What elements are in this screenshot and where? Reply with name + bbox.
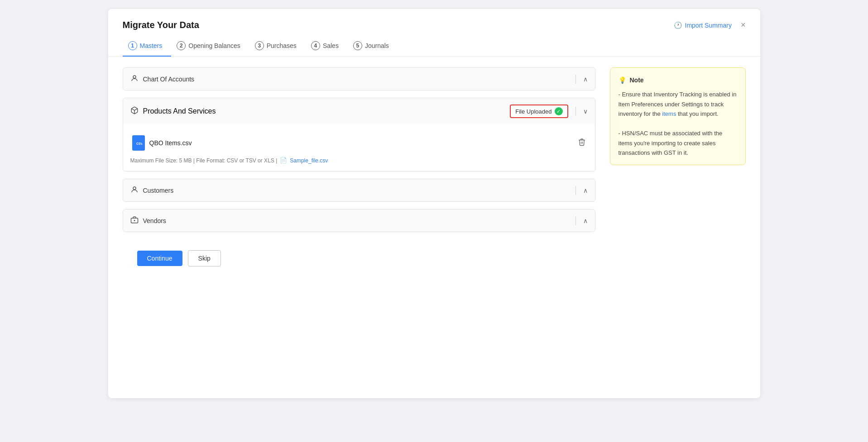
divider2 [575,107,576,116]
file-uploaded-badge: File Uploaded ✓ [510,105,568,118]
customers-header[interactable]: Customers ∧ [123,179,595,201]
chart-of-accounts-header[interactable]: Chart Of Accounts ∧ [123,68,595,90]
tab-num-1: 1 [128,41,137,50]
footer-buttons: Continue Skip [123,239,595,277]
tabs-bar: 1 Masters 2 Opening Balances 3 Purchases… [108,30,760,57]
chevron-up-icon-vendors: ∧ [583,217,588,224]
tab-num-5: 5 [353,41,362,50]
products-left: Products And Services [130,106,216,116]
chart-of-accounts-section: Chart Of Accounts ∧ [123,67,595,90]
chevron-up-icon-customers: ∧ [583,187,588,194]
customers-icon [130,185,139,195]
check-icon: ✓ [555,107,563,115]
tab-label-sales: Sales [323,42,339,49]
vendors-header[interactable]: Vendors ∧ [123,209,595,232]
customers-left: Customers [130,185,174,195]
tab-label-opening-balances: Opening Balances [188,42,240,49]
products-right: File Uploaded ✓ ∨ [510,105,587,118]
products-services-label: Products And Services [143,107,216,115]
svg-point-0 [133,76,136,78]
left-panel: Chart Of Accounts ∧ [123,67,595,277]
note-line-1: - Ensure that Inventory Tracking is enab… [619,90,737,119]
import-summary-button[interactable]: 🕐 Import Summary [674,21,732,29]
file-info: CSV QBO Items.csv [132,135,192,151]
note-text: - Ensure that Inventory Tracking is enab… [619,90,737,157]
file-uploaded-text: File Uploaded [515,108,551,115]
vendors-icon [130,216,139,225]
vendors-label: Vendors [143,217,166,224]
main-content: Chart Of Accounts ∧ [108,57,760,288]
tab-label-journals: Journals [365,42,389,49]
items-link[interactable]: items [662,110,676,117]
box-icon [130,106,139,116]
delete-file-button[interactable] [578,138,586,148]
note-panel: 💡 Note - Ensure that Inventory Tracking … [610,67,746,165]
sample-file-link[interactable]: Sample_file.csv [290,157,328,164]
file-name: QBO Items.csv [149,139,192,147]
clock-icon: 🕐 [674,21,682,29]
import-summary-label: Import Summary [685,22,732,29]
tab-journals[interactable]: 5 Journals [348,38,398,57]
page-title: Migrate Your Data [123,20,199,30]
close-button[interactable]: × [741,20,746,30]
divider [575,75,576,84]
note-title: 💡 Note [619,75,737,85]
customers-section: Customers ∧ [123,179,595,202]
chart-of-accounts-left: Chart Of Accounts [130,74,195,84]
chevron-up-icon: ∧ [583,76,588,83]
tab-purchases[interactable]: 3 Purchases [249,38,306,57]
tab-label-purchases: Purchases [267,42,297,49]
chevron-down-icon: ∨ [583,108,588,115]
vendors-left: Vendors [130,216,166,225]
divider4 [575,216,576,225]
tab-num-2: 2 [177,41,186,50]
continue-button[interactable]: Continue [137,251,182,266]
svg-point-4 [133,187,136,190]
file-meta-text: Maximum File Size: 5 MB | File Format: C… [130,157,278,164]
skip-button[interactable]: Skip [188,250,221,266]
page-header: Migrate Your Data 🕐 Import Summary × [108,9,760,30]
chart-of-accounts-label: Chart Of Accounts [143,76,195,83]
file-meta: Maximum File Size: 5 MB | File Format: C… [130,157,588,164]
page-container: Migrate Your Data 🕐 Import Summary × 1 M… [108,9,760,398]
tab-opening-balances[interactable]: 2 Opening Balances [171,38,249,57]
tab-num-4: 4 [311,41,320,50]
note-line-2: - HSN/SAC must be associated with the it… [619,128,737,157]
svg-text:CSV: CSV [136,142,142,145]
products-services-body: CSV QBO Items.csv Maximum File Siz [123,124,595,171]
tab-masters[interactable]: 1 Masters [123,38,172,57]
tab-label-masters: Masters [140,42,163,49]
sample-file-icon: 📄 [280,157,287,164]
customers-label: Customers [143,187,174,194]
products-services-header[interactable]: Products And Services File Uploaded ✓ ∨ [123,98,595,124]
divider3 [575,186,576,195]
header-right: 🕐 Import Summary × [674,20,746,30]
products-services-section: Products And Services File Uploaded ✓ ∨ [123,98,595,171]
file-row: CSV QBO Items.csv [130,132,588,154]
tab-sales[interactable]: 4 Sales [306,38,348,57]
tab-num-3: 3 [255,41,264,50]
person-icon [130,74,139,84]
bulb-icon: 💡 [619,75,626,85]
file-icon: CSV [132,135,145,151]
vendors-section: Vendors ∧ [123,209,595,232]
